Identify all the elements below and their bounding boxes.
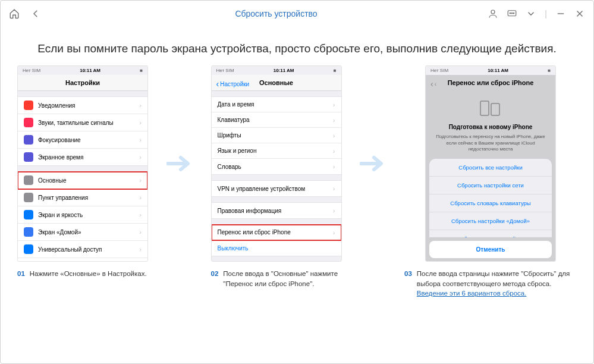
intro-link[interactable]: Введение эти 6 вариантов сброса. <box>417 290 527 297</box>
step-text: После ввода страницы нажмите "Сбросить" … <box>417 269 577 297</box>
settings-row: Словарь› <box>212 159 341 174</box>
battery-icon: ■ <box>334 68 337 73</box>
steps-row: Нет SIM 10:11 AM ■ Настройки Уведомления… <box>17 65 577 297</box>
phone-screenshot-2: Нет SIM 10:11 AM ■ Настройки Основные Да… <box>211 65 342 262</box>
row-label: Выключить <box>218 245 335 252</box>
settings-row: Экран и яркость› <box>18 206 147 224</box>
row-icon <box>24 175 33 185</box>
row-label: Фокусирование <box>38 137 139 143</box>
row-label: Экран «Домой» <box>38 229 139 236</box>
sheet-option: Сбросить настройки сети <box>429 177 552 194</box>
minimize-icon[interactable] <box>555 8 566 19</box>
chevron-right-icon: › <box>139 153 142 161</box>
clock: 10:11 AM <box>80 68 100 73</box>
battery-icon: ■ <box>140 68 143 73</box>
row-icon <box>24 152 33 162</box>
row-label: Звуки, тактильные сигналы <box>38 120 139 126</box>
devices-icon <box>432 100 549 119</box>
row-icon <box>24 244 33 254</box>
settings-row: Перенос или сброс iPhone› <box>212 225 341 240</box>
step-text: Нажмите «Основные» в Настройках. <box>30 269 147 278</box>
settings-row: Выключить <box>212 240 341 256</box>
nav-title: Основные <box>259 79 293 86</box>
chevron-right-icon: › <box>333 101 335 108</box>
nav-bar: ‹ Перенос или сброс iPhone <box>426 75 555 90</box>
row-label: Язык и регион <box>218 148 333 154</box>
row-label: Клавиатура <box>218 117 333 123</box>
nav-title: Перенос или сброс iPhone <box>448 79 534 86</box>
status-bar: Нет SIM 10:11 AM ■ <box>212 66 341 75</box>
settings-row: Обои› <box>18 258 147 262</box>
page-headline: Если вы помните пароль экрана устройства… <box>30 40 565 57</box>
cancel-button: Отменить <box>429 241 552 258</box>
row-icon <box>24 101 33 110</box>
clock: 10:11 AM <box>274 68 294 73</box>
settings-row: Пункт управления› <box>18 189 147 206</box>
chevron-right-icon: › <box>139 102 142 109</box>
svg-point-2 <box>510 12 511 14</box>
step-number: 03 <box>404 269 412 297</box>
settings-row: Правовая информация› <box>212 203 341 218</box>
row-icon <box>24 135 33 145</box>
chevron-right-icon: › <box>333 207 335 214</box>
close-icon[interactable] <box>574 8 585 19</box>
row-icon <box>24 193 33 202</box>
row-label: Правовая информация <box>218 208 333 214</box>
chevron-right-icon: › <box>333 185 335 192</box>
svg-point-3 <box>512 12 513 14</box>
feedback-icon[interactable] <box>507 8 517 19</box>
user-icon[interactable] <box>488 8 498 19</box>
svg-point-0 <box>491 10 495 14</box>
chevron-right-icon: › <box>333 229 335 236</box>
phone-screenshot-3: Нет SIM 10:11 AM ■ ‹ Перенос или сброс i… <box>425 65 556 262</box>
chevron-right-icon: › <box>139 228 142 236</box>
window-title: Сбросить устройство <box>80 9 472 18</box>
nav-back: Настройки <box>216 79 250 89</box>
step-number: 02 <box>211 269 219 288</box>
row-label: Пункт управления <box>38 194 139 201</box>
chevron-right-icon: › <box>139 136 142 143</box>
chevron-right-icon: › <box>139 177 142 184</box>
settings-row: Язык и регион› <box>212 143 341 159</box>
chevron-right-icon: › <box>333 132 335 139</box>
settings-row: Основные› <box>18 172 147 189</box>
content-area: Если вы помните пароль экрана устройства… <box>1 27 593 363</box>
chevron-right-icon: › <box>139 194 142 201</box>
prepare-panel: Подготовка к новому iPhone Подготовьтесь… <box>426 90 555 155</box>
settings-row: Клавиатура› <box>212 112 341 128</box>
row-label: Экранное время <box>38 154 139 161</box>
sim-status: Нет SIM <box>430 68 448 73</box>
chevron-down-icon[interactable] <box>526 8 536 19</box>
status-bar: Нет SIM 10:11 AM ■ <box>426 66 555 75</box>
row-label: Словарь <box>218 164 333 170</box>
row-icon <box>24 118 33 127</box>
arrow-icon <box>163 65 196 262</box>
nav-bar: Настройки Основные <box>212 75 341 91</box>
row-icon <box>24 227 33 237</box>
caption-text: После ввода страницы нажмите "Сбросить" … <box>417 270 570 287</box>
titlebar: Сбросить устройство | <box>1 1 593 27</box>
row-label: Экран и яркость <box>38 212 139 218</box>
home-icon[interactable] <box>9 8 20 19</box>
app-window: Сбросить устройство | Если вы помните па… <box>0 0 594 364</box>
chevron-right-icon: › <box>139 119 142 126</box>
step-1: Нет SIM 10:11 AM ■ Настройки Уведомления… <box>17 65 148 278</box>
row-label: VPN и управление устройством <box>218 186 333 192</box>
prepare-subtitle: Подготовьтесь к переносу на новый iPhone… <box>432 134 549 152</box>
step-text: После ввода в "Основные" нажмите "Перено… <box>223 269 341 288</box>
battery-icon: ■ <box>548 68 551 73</box>
step-2: Нет SIM 10:11 AM ■ Настройки Основные Да… <box>211 65 342 288</box>
chevron-right-icon: › <box>333 163 335 170</box>
step-caption: 02 После ввода в "Основные" нажмите "Пер… <box>211 269 342 288</box>
back-icon[interactable] <box>30 8 41 19</box>
row-label: Основные <box>38 177 139 184</box>
sheet-option: Сбросить все настройки <box>429 159 552 177</box>
chevron-right-icon: › <box>139 211 142 218</box>
sim-status: Нет SIM <box>23 68 40 73</box>
row-label: Универсальный доступ <box>38 246 139 253</box>
row-label: Шрифты <box>218 132 333 139</box>
nav-title: Настройки <box>65 79 100 86</box>
settings-row: Шрифты› <box>212 128 341 143</box>
action-sheet: Сбросить все настройкиСбросить настройки… <box>429 159 552 238</box>
prepare-title: Подготовка к новому iPhone <box>432 124 549 130</box>
